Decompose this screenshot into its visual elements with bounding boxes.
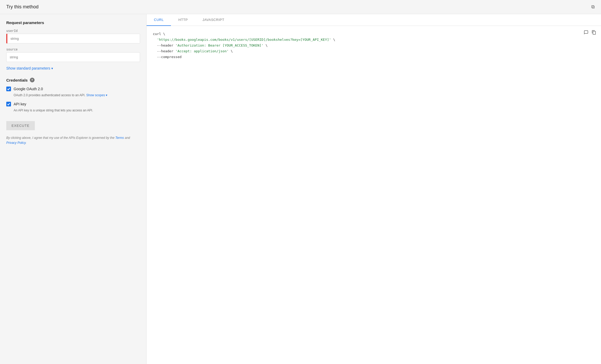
tab-javascript[interactable]: JAVASCRIPT (195, 14, 232, 26)
code-panel: curl \ 'https://books.googleapis.com/boo… (147, 26, 601, 364)
request-params-title: Request parameters (6, 20, 140, 25)
show-standard-params-link[interactable]: Show standard parameters ▾ (6, 66, 140, 70)
credential-oauth: Google OAuth 2.0 OAuth 2.0 provides auth… (6, 87, 140, 98)
code-line-5: --compressed (153, 54, 595, 60)
tab-curl[interactable]: cURL (147, 14, 171, 26)
chevron-down-icon: ▾ (51, 66, 53, 70)
left-panel: Request parameters userId source Show st… (0, 14, 147, 364)
right-panel: cURL HTTP JAVASCRIPT curl \ 'https://boo… (147, 14, 601, 364)
privacy-link[interactable]: Privacy Policy (6, 141, 26, 145)
show-standard-params-label: Show standard parameters (6, 66, 50, 70)
credentials-header: Credentials ? (6, 78, 140, 82)
param-source-input[interactable] (6, 52, 140, 62)
credentials-title: Credentials (6, 78, 28, 82)
terms-link[interactable]: Terms (115, 136, 124, 140)
tabs: cURL HTTP JAVASCRIPT (147, 14, 601, 26)
code-line-4: --header 'Accept: application/json' \ (153, 48, 595, 54)
expand-icon[interactable]: ⧉ (591, 4, 595, 10)
oauth-label: Google OAuth 2.0 (14, 87, 43, 91)
code-toolbar (583, 30, 597, 38)
code-block: curl \ 'https://books.googleapis.com/boo… (153, 31, 595, 60)
app-container: Try this method ⧉ Request parameters use… (0, 0, 601, 364)
show-scopes-link[interactable]: Show scopes ▾ (86, 93, 108, 97)
code-line-1: curl \ (153, 31, 595, 37)
param-source-label: source (6, 48, 140, 51)
legal-text-before: By clicking above, I agree that my use o… (6, 136, 114, 140)
execute-button[interactable]: EXECUTE (6, 121, 35, 130)
legal-period: . (26, 141, 26, 145)
oauth-desc-text: OAuth 2.0 provides authenticated access … (14, 93, 85, 97)
apikey-desc-text: An API key is a unique string that lets … (14, 109, 93, 112)
tab-http[interactable]: HTTP (171, 14, 195, 26)
code-line-3: --header 'Authorization: Bearer [YOUR_AC… (153, 43, 595, 48)
apikey-desc: An API key is a unique string that lets … (14, 108, 140, 113)
oauth-desc: OAuth 2.0 provides authenticated access … (14, 93, 140, 98)
page-title: Try this method (6, 4, 38, 10)
param-userid-input[interactable] (7, 34, 140, 43)
credential-oauth-row: Google OAuth 2.0 (6, 87, 140, 91)
copy-icon[interactable] (591, 30, 597, 38)
apikey-label: API key (14, 102, 26, 106)
param-userid-input-wrapper (6, 34, 140, 43)
credentials-help-icon[interactable]: ? (30, 78, 35, 82)
param-source-input-wrapper (6, 52, 140, 62)
param-userid-label: userId (6, 29, 140, 33)
chat-icon[interactable] (583, 30, 589, 38)
credential-apikey: API key An API key is a unique string th… (6, 102, 140, 113)
code-line-2: 'https://books.googleapis.com/books/v1/u… (153, 37, 595, 43)
legal-and: and (125, 136, 130, 140)
legal-text: By clicking above, I agree that my use o… (6, 135, 140, 145)
oauth-checkbox[interactable] (6, 87, 11, 91)
apikey-checkbox[interactable] (6, 102, 11, 106)
param-source: source (6, 48, 140, 62)
param-userid: userId (6, 29, 140, 43)
credential-apikey-row: API key (6, 102, 140, 106)
main-content: Request parameters userId source Show st… (0, 14, 601, 364)
header: Try this method ⧉ (0, 0, 601, 14)
